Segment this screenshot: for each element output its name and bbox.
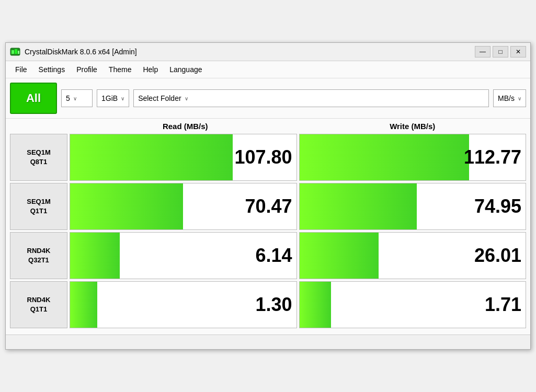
write-bar-2	[300, 233, 379, 279]
row-label-0: SEQ1MQ8T1	[10, 134, 67, 181]
unit-value: MB/s	[498, 94, 515, 102]
count-dropdown-arrow: ∨	[73, 96, 77, 101]
svg-rect-1	[12, 50, 14, 54]
size-value: 1GiB	[101, 94, 118, 102]
unit-dropdown[interactable]: MB/s ∨	[493, 89, 526, 107]
data-rows: SEQ1MQ8T1 107.80 112.77 SEQ1MQ1T1 70.47 …	[10, 134, 526, 328]
size-dropdown[interactable]: 1GiB ∨	[97, 89, 129, 107]
read-bar-2	[70, 233, 120, 279]
menubar: FileSettingsProfileThemeHelpLanguage	[6, 61, 530, 78]
label-spacer	[10, 119, 72, 134]
content-area: Read (MB/s) Write (MB/s) SEQ1MQ8T1 107.8…	[6, 119, 530, 332]
read-value-3: 1.30	[255, 294, 296, 316]
window-controls: — □ ✕	[475, 46, 526, 57]
write-bar-0	[300, 134, 469, 180]
close-button[interactable]: ✕	[510, 46, 526, 57]
read-cell-3: 1.30	[70, 281, 297, 328]
write-cell-1: 74.95	[299, 183, 527, 230]
table-row: SEQ1MQ1T1 70.47 74.95	[10, 183, 526, 230]
main-window: CrystalDiskMark 8.0.6 x64 [Admin] — □ ✕ …	[5, 42, 531, 350]
maximize-button[interactable]: □	[493, 46, 508, 57]
write-header: Write (MB/s)	[299, 119, 527, 134]
size-dropdown-arrow: ∨	[121, 96, 124, 101]
count-value: 5	[66, 94, 70, 102]
write-value-1: 74.95	[474, 195, 526, 217]
write-value-2: 26.01	[474, 245, 526, 267]
read-bar-3	[70, 282, 97, 328]
menu-item-help[interactable]: Help	[138, 63, 163, 76]
all-button[interactable]: All	[10, 83, 57, 114]
row-label-2: RND4KQ32T1	[10, 232, 67, 279]
read-header: Read (MB/s)	[72, 119, 299, 134]
menu-item-profile[interactable]: Profile	[71, 63, 102, 76]
folder-value: Select Folder	[138, 94, 181, 102]
write-value-0: 112.77	[464, 146, 526, 168]
titlebar: CrystalDiskMark 8.0.6 x64 [Admin] — □ ✕	[6, 43, 530, 61]
read-cell-2: 6.14	[70, 232, 297, 279]
table-row: RND4KQ32T1 6.14 26.01	[10, 232, 526, 279]
menu-item-theme[interactable]: Theme	[104, 63, 137, 76]
window-title: CrystalDiskMark 8.0.6 x64 [Admin]	[25, 48, 471, 56]
unit-dropdown-arrow: ∨	[518, 96, 521, 101]
svg-rect-3	[18, 51, 19, 54]
read-cell-0: 107.80	[70, 134, 297, 181]
table-row: RND4KQ1T1 1.30 1.71	[10, 281, 526, 328]
read-bar-0	[70, 134, 233, 180]
read-bar-1	[70, 183, 183, 229]
write-bar-3	[300, 282, 332, 328]
read-cell-1: 70.47	[70, 183, 297, 230]
app-icon	[10, 47, 20, 57]
write-value-3: 1.71	[485, 294, 526, 316]
menu-item-language[interactable]: Language	[164, 63, 207, 76]
row-label-3: RND4KQ1T1	[10, 281, 67, 328]
write-cell-2: 26.01	[299, 232, 527, 279]
write-cell-3: 1.71	[299, 281, 527, 328]
read-value-1: 70.47	[245, 195, 296, 217]
read-value-0: 107.80	[234, 146, 296, 168]
menu-item-file[interactable]: File	[10, 63, 32, 76]
count-dropdown[interactable]: 5 ∨	[61, 89, 93, 107]
write-bar-1	[300, 183, 417, 229]
column-headers: Read (MB/s) Write (MB/s)	[10, 119, 526, 134]
folder-dropdown[interactable]: Select Folder ∨	[133, 89, 489, 107]
toolbar: All 5 ∨ 1GiB ∨ Select Folder ∨ MB/s ∨	[6, 78, 530, 119]
folder-dropdown-arrow: ∨	[185, 96, 188, 101]
read-value-2: 6.14	[255, 245, 296, 267]
write-cell-0: 112.77	[299, 134, 527, 181]
row-label-1: SEQ1MQ1T1	[10, 183, 67, 230]
statusbar	[6, 335, 530, 349]
table-row: SEQ1MQ8T1 107.80 112.77	[10, 134, 526, 181]
menu-item-settings[interactable]: Settings	[33, 63, 71, 76]
minimize-button[interactable]: —	[475, 46, 491, 57]
svg-rect-2	[15, 49, 17, 54]
